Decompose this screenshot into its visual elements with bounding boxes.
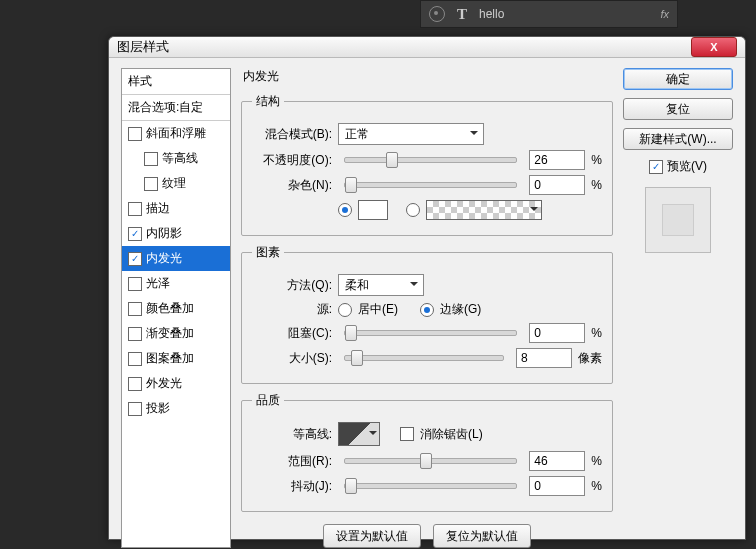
blendmode-label: 混合模式(B): bbox=[252, 126, 332, 143]
close-button[interactable]: X bbox=[691, 37, 737, 57]
styles-list: 样式 混合选项:自定 斜面和浮雕 等高线 纹理 描边 ✓内阴影 ✓内发光 光泽 … bbox=[121, 68, 231, 548]
quality-group: 品质 等高线: 消除锯齿(L) 范围(R): 46 % 抖动(J): bbox=[241, 392, 613, 512]
opacity-label: 不透明度(O): bbox=[252, 152, 332, 169]
style-item-innerglow[interactable]: ✓内发光 bbox=[122, 246, 230, 271]
style-item-patoverlay[interactable]: 图案叠加 bbox=[122, 346, 230, 371]
technique-select[interactable]: 柔和 bbox=[338, 274, 424, 296]
range-label: 范围(R): bbox=[252, 453, 332, 470]
jitter-label: 抖动(J): bbox=[252, 478, 332, 495]
cancel-button[interactable]: 复位 bbox=[623, 98, 733, 120]
reset-default-button[interactable]: 复位为默认值 bbox=[433, 524, 531, 548]
style-item-dropshadow[interactable]: 投影 bbox=[122, 396, 230, 421]
structure-group: 结构 混合模式(B): 正常 不透明度(O): 26 % 杂色(N): 0 % bbox=[241, 93, 613, 236]
gradient-picker[interactable] bbox=[426, 200, 542, 220]
checkbox[interactable] bbox=[144, 152, 158, 166]
checkbox[interactable] bbox=[128, 352, 142, 366]
blendmode-select[interactable]: 正常 bbox=[338, 123, 484, 145]
layer-panel-row[interactable]: T hello fx bbox=[420, 0, 678, 28]
antialias-checkbox[interactable] bbox=[400, 427, 414, 441]
range-slider[interactable] bbox=[344, 458, 517, 464]
elements-legend: 图素 bbox=[252, 244, 284, 261]
gradient-radio[interactable] bbox=[406, 203, 420, 217]
style-item-texture[interactable]: 纹理 bbox=[122, 171, 230, 196]
choke-input[interactable]: 0 bbox=[529, 323, 585, 343]
checkbox[interactable] bbox=[128, 327, 142, 341]
px-unit: 像素 bbox=[578, 350, 602, 367]
checkbox[interactable] bbox=[128, 202, 142, 216]
jitter-slider[interactable] bbox=[344, 483, 517, 489]
checkbox[interactable]: ✓ bbox=[128, 252, 142, 266]
layer-style-dialog: 图层样式 X 样式 混合选项:自定 斜面和浮雕 等高线 纹理 描边 ✓内阴影 ✓… bbox=[108, 36, 746, 540]
pct-unit: % bbox=[591, 454, 602, 468]
choke-label: 阻塞(C): bbox=[252, 325, 332, 342]
contour-picker[interactable] bbox=[338, 422, 380, 446]
preview-label[interactable]: 预览(V) bbox=[667, 158, 707, 175]
noise-slider[interactable] bbox=[344, 182, 517, 188]
styles-heading[interactable]: 样式 bbox=[122, 69, 230, 95]
pct-unit: % bbox=[591, 178, 602, 192]
jitter-input[interactable]: 0 bbox=[529, 476, 585, 496]
structure-legend: 结构 bbox=[252, 93, 284, 110]
size-slider[interactable] bbox=[344, 355, 504, 361]
panel-title: 内发光 bbox=[243, 68, 613, 85]
blend-options-item[interactable]: 混合选项:自定 bbox=[122, 95, 230, 121]
elements-group: 图素 方法(Q): 柔和 源: 居中(E) 边缘(G) 阻塞(C): 0 bbox=[241, 244, 613, 384]
pct-unit: % bbox=[591, 479, 602, 493]
preview-swatch bbox=[645, 187, 711, 253]
size-input[interactable]: 8 bbox=[516, 348, 572, 368]
style-item-gradoverlay[interactable]: 渐变叠加 bbox=[122, 321, 230, 346]
ok-button[interactable]: 确定 bbox=[623, 68, 733, 90]
pct-unit: % bbox=[591, 326, 602, 340]
source-label: 源: bbox=[252, 301, 332, 318]
preview-checkbox[interactable]: ✓ bbox=[649, 160, 663, 174]
checkbox[interactable] bbox=[128, 277, 142, 291]
checkbox[interactable] bbox=[128, 302, 142, 316]
layer-name[interactable]: hello bbox=[479, 7, 504, 21]
style-item-outerglow[interactable]: 外发光 bbox=[122, 371, 230, 396]
dialog-titlebar[interactable]: 图层样式 X bbox=[109, 37, 745, 58]
style-item-satin[interactable]: 光泽 bbox=[122, 271, 230, 296]
choke-slider[interactable] bbox=[344, 330, 517, 336]
visibility-eye-icon[interactable] bbox=[429, 6, 445, 22]
fx-badge[interactable]: fx bbox=[660, 8, 669, 20]
style-item-innershadow[interactable]: ✓内阴影 bbox=[122, 221, 230, 246]
range-input[interactable]: 46 bbox=[529, 451, 585, 471]
source-center-label[interactable]: 居中(E) bbox=[358, 301, 398, 318]
contour-label: 等高线: bbox=[252, 426, 332, 443]
size-label: 大小(S): bbox=[252, 350, 332, 367]
style-item-stroke[interactable]: 描边 bbox=[122, 196, 230, 221]
opacity-input[interactable]: 26 bbox=[529, 150, 585, 170]
style-item-coloroverlay[interactable]: 颜色叠加 bbox=[122, 296, 230, 321]
source-edge-label[interactable]: 边缘(G) bbox=[440, 301, 481, 318]
checkbox[interactable] bbox=[128, 402, 142, 416]
dialog-title: 图层样式 bbox=[117, 38, 169, 56]
antialias-label[interactable]: 消除锯齿(L) bbox=[420, 426, 483, 443]
pct-unit: % bbox=[591, 153, 602, 167]
checkbox[interactable] bbox=[128, 377, 142, 391]
checkbox[interactable] bbox=[128, 127, 142, 141]
new-style-button[interactable]: 新建样式(W)... bbox=[623, 128, 733, 150]
checkbox[interactable] bbox=[144, 177, 158, 191]
noise-label: 杂色(N): bbox=[252, 177, 332, 194]
style-item-bevel[interactable]: 斜面和浮雕 bbox=[122, 121, 230, 146]
text-layer-icon: T bbox=[457, 6, 467, 23]
color-radio[interactable] bbox=[338, 203, 352, 217]
set-default-button[interactable]: 设置为默认值 bbox=[323, 524, 421, 548]
style-item-contour[interactable]: 等高线 bbox=[122, 146, 230, 171]
quality-legend: 品质 bbox=[252, 392, 284, 409]
checkbox[interactable]: ✓ bbox=[128, 227, 142, 241]
technique-label: 方法(Q): bbox=[252, 277, 332, 294]
opacity-slider[interactable] bbox=[344, 157, 517, 163]
source-edge-radio[interactable] bbox=[420, 303, 434, 317]
noise-input[interactable]: 0 bbox=[529, 175, 585, 195]
color-swatch[interactable] bbox=[358, 200, 388, 220]
source-center-radio[interactable] bbox=[338, 303, 352, 317]
